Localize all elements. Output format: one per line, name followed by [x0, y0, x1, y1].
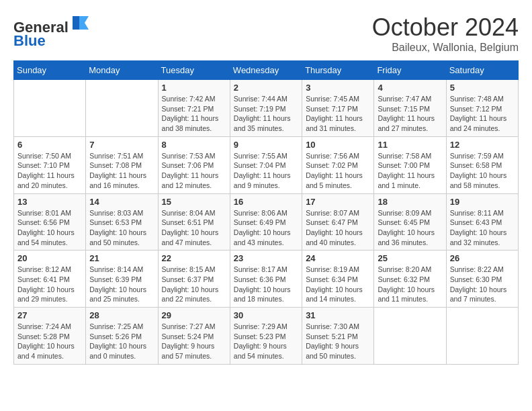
day-number: 22	[162, 253, 226, 263]
calendar-cell	[86, 80, 158, 137]
logo-flag-icon	[70, 13, 89, 32]
calendar-cell: 6Sunrise: 7:50 AM Sunset: 7:10 PM Daylig…	[14, 136, 86, 193]
calendar-cell: 28Sunrise: 7:25 AM Sunset: 5:26 PM Dayli…	[86, 308, 158, 365]
day-info: Sunrise: 7:44 AM Sunset: 7:19 PM Dayligh…	[234, 94, 298, 134]
calendar-week-row: 27Sunrise: 7:24 AM Sunset: 5:28 PM Dayli…	[14, 308, 519, 365]
day-info: Sunrise: 8:19 AM Sunset: 6:34 PM Dayligh…	[306, 265, 370, 304]
day-info: Sunrise: 8:12 AM Sunset: 6:41 PM Dayligh…	[17, 265, 82, 304]
day-number: 19	[450, 197, 515, 207]
calendar-cell: 25Sunrise: 8:20 AM Sunset: 6:32 PM Dayli…	[374, 250, 446, 308]
calendar-cell: 30Sunrise: 7:29 AM Sunset: 5:23 PM Dayli…	[230, 308, 302, 365]
calendar-cell: 19Sunrise: 8:11 AM Sunset: 6:43 PM Dayli…	[446, 193, 518, 250]
day-number: 27	[17, 310, 82, 320]
calendar-table: SundayMondayTuesdayWednesdayThursdayFrid…	[13, 60, 519, 365]
calendar-cell: 3Sunrise: 7:45 AM Sunset: 7:17 PM Daylig…	[302, 80, 374, 137]
svg-marker-1	[79, 16, 89, 30]
day-number: 15	[162, 197, 226, 207]
day-number: 14	[89, 197, 154, 207]
day-info: Sunrise: 8:06 AM Sunset: 6:49 PM Dayligh…	[234, 208, 298, 248]
day-number: 3	[306, 83, 370, 93]
day-number: 29	[162, 310, 226, 320]
day-info: Sunrise: 8:20 AM Sunset: 6:32 PM Dayligh…	[378, 265, 442, 304]
day-number: 16	[234, 197, 298, 207]
day-number: 25	[378, 253, 442, 263]
day-number: 1	[162, 83, 226, 93]
calendar-cell: 20Sunrise: 8:12 AM Sunset: 6:41 PM Dayli…	[14, 250, 86, 308]
page-header: General Blue October 2024 Baileux, Wallo…	[13, 13, 519, 54]
day-number: 23	[234, 253, 298, 263]
day-number: 20	[17, 253, 82, 263]
calendar-week-row: 6Sunrise: 7:50 AM Sunset: 7:10 PM Daylig…	[14, 136, 519, 193]
day-info: Sunrise: 7:29 AM Sunset: 5:23 PM Dayligh…	[234, 322, 298, 361]
day-info: Sunrise: 7:42 AM Sunset: 7:21 PM Dayligh…	[162, 94, 226, 134]
day-number: 6	[17, 140, 82, 150]
calendar-cell: 4Sunrise: 7:47 AM Sunset: 7:15 PM Daylig…	[374, 80, 446, 137]
calendar-cell: 5Sunrise: 7:48 AM Sunset: 7:12 PM Daylig…	[446, 80, 518, 137]
calendar-cell: 26Sunrise: 8:22 AM Sunset: 6:30 PM Dayli…	[446, 250, 518, 308]
day-info: Sunrise: 7:24 AM Sunset: 5:28 PM Dayligh…	[17, 322, 82, 361]
weekday-header-wednesday: Wednesday	[230, 61, 302, 80]
day-number: 13	[17, 197, 82, 207]
day-number: 10	[306, 140, 370, 150]
day-number: 18	[378, 197, 442, 207]
calendar-cell: 9Sunrise: 7:55 AM Sunset: 7:04 PM Daylig…	[230, 136, 302, 193]
day-number: 24	[306, 253, 370, 263]
calendar-body: 1Sunrise: 7:42 AM Sunset: 7:21 PM Daylig…	[14, 80, 519, 365]
calendar-cell: 13Sunrise: 8:01 AM Sunset: 6:56 PM Dayli…	[14, 193, 86, 250]
calendar-header-row: SundayMondayTuesdayWednesdayThursdayFrid…	[14, 61, 519, 80]
calendar-cell: 12Sunrise: 7:59 AM Sunset: 6:58 PM Dayli…	[446, 136, 518, 193]
day-info: Sunrise: 7:45 AM Sunset: 7:17 PM Dayligh…	[306, 94, 370, 134]
calendar-cell: 24Sunrise: 8:19 AM Sunset: 6:34 PM Dayli…	[302, 250, 374, 308]
day-info: Sunrise: 7:56 AM Sunset: 7:02 PM Dayligh…	[306, 151, 370, 191]
calendar-week-row: 1Sunrise: 7:42 AM Sunset: 7:21 PM Daylig…	[14, 80, 519, 137]
calendar-cell: 7Sunrise: 7:51 AM Sunset: 7:08 PM Daylig…	[86, 136, 158, 193]
day-info: Sunrise: 7:30 AM Sunset: 5:21 PM Dayligh…	[306, 322, 370, 361]
day-info: Sunrise: 7:25 AM Sunset: 5:26 PM Dayligh…	[89, 322, 154, 361]
calendar-cell: 27Sunrise: 7:24 AM Sunset: 5:28 PM Dayli…	[14, 308, 86, 365]
day-info: Sunrise: 7:53 AM Sunset: 7:06 PM Dayligh…	[162, 151, 226, 191]
day-info: Sunrise: 8:09 AM Sunset: 6:45 PM Dayligh…	[378, 208, 442, 248]
calendar-cell: 8Sunrise: 7:53 AM Sunset: 7:06 PM Daylig…	[158, 136, 230, 193]
day-info: Sunrise: 7:51 AM Sunset: 7:08 PM Dayligh…	[89, 151, 154, 191]
day-number: 5	[450, 83, 515, 93]
calendar-cell: 1Sunrise: 7:42 AM Sunset: 7:21 PM Daylig…	[158, 80, 230, 137]
calendar-cell: 22Sunrise: 8:15 AM Sunset: 6:37 PM Dayli…	[158, 250, 230, 308]
calendar-week-row: 20Sunrise: 8:12 AM Sunset: 6:41 PM Dayli…	[14, 250, 519, 308]
day-info: Sunrise: 8:11 AM Sunset: 6:43 PM Dayligh…	[450, 208, 515, 248]
day-info: Sunrise: 8:01 AM Sunset: 6:56 PM Dayligh…	[17, 208, 82, 248]
day-number: 8	[162, 140, 226, 150]
calendar-cell: 10Sunrise: 7:56 AM Sunset: 7:02 PM Dayli…	[302, 136, 374, 193]
month-title: October 2024	[372, 13, 519, 42]
day-number: 4	[378, 83, 442, 93]
day-number: 17	[306, 197, 370, 207]
day-info: Sunrise: 8:22 AM Sunset: 6:30 PM Dayligh…	[450, 265, 515, 304]
calendar-cell: 14Sunrise: 8:03 AM Sunset: 6:53 PM Dayli…	[86, 193, 158, 250]
day-number: 28	[89, 310, 154, 320]
weekday-header-saturday: Saturday	[446, 61, 518, 80]
day-info: Sunrise: 8:14 AM Sunset: 6:39 PM Dayligh…	[89, 265, 154, 304]
day-info: Sunrise: 8:07 AM Sunset: 6:47 PM Dayligh…	[306, 208, 370, 248]
logo-blue: Blue	[13, 32, 46, 49]
calendar-cell: 18Sunrise: 8:09 AM Sunset: 6:45 PM Dayli…	[374, 193, 446, 250]
day-number: 9	[234, 140, 298, 150]
calendar-cell: 21Sunrise: 8:14 AM Sunset: 6:39 PM Dayli…	[86, 250, 158, 308]
calendar-cell	[14, 80, 86, 137]
weekday-header-friday: Friday	[374, 61, 446, 80]
day-info: Sunrise: 7:59 AM Sunset: 6:58 PM Dayligh…	[450, 151, 515, 191]
weekday-header-tuesday: Tuesday	[158, 61, 230, 80]
logo: General Blue	[13, 13, 89, 49]
day-info: Sunrise: 7:27 AM Sunset: 5:24 PM Dayligh…	[162, 322, 226, 361]
day-info: Sunrise: 7:58 AM Sunset: 7:00 PM Dayligh…	[378, 151, 442, 191]
calendar-cell: 11Sunrise: 7:58 AM Sunset: 7:00 PM Dayli…	[374, 136, 446, 193]
location: Baileux, Wallonia, Belgium	[372, 42, 519, 54]
calendar-cell: 23Sunrise: 8:17 AM Sunset: 6:36 PM Dayli…	[230, 250, 302, 308]
day-number: 31	[306, 310, 370, 320]
weekday-header-thursday: Thursday	[302, 61, 374, 80]
title-block: October 2024 Baileux, Wallonia, Belgium	[372, 13, 519, 54]
day-number: 30	[234, 310, 298, 320]
calendar-cell: 29Sunrise: 7:27 AM Sunset: 5:24 PM Dayli…	[158, 308, 230, 365]
calendar-cell: 15Sunrise: 8:04 AM Sunset: 6:51 PM Dayli…	[158, 193, 230, 250]
day-info: Sunrise: 7:48 AM Sunset: 7:12 PM Dayligh…	[450, 94, 515, 134]
day-number: 26	[450, 253, 515, 263]
day-number: 2	[234, 83, 298, 93]
